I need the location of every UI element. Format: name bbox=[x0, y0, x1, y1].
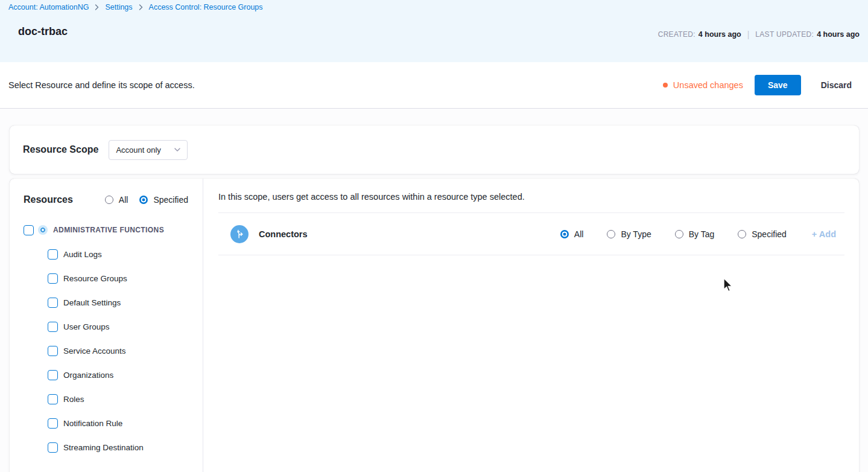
tree-item-audit-logs: Audit Logs bbox=[48, 242, 188, 266]
chevron-right-icon bbox=[95, 4, 99, 10]
action-toolbar: Select Resource and define its scope of … bbox=[0, 62, 868, 109]
resource-type-tree: ADMINISTRATIVE FUNCTIONS Audit Logs Reso… bbox=[24, 218, 188, 459]
tree-item-label: Audit Logs bbox=[63, 250, 102, 259]
radio-label: All bbox=[119, 195, 128, 205]
resource-checkbox[interactable] bbox=[48, 273, 58, 284]
tree-item-label: Default Settings bbox=[63, 298, 121, 307]
tree-item-label: Streaming Destination bbox=[63, 443, 144, 452]
breadcrumb-settings-link[interactable]: Settings bbox=[105, 3, 132, 11]
toolbar-description: Select Resource and define its scope of … bbox=[8, 80, 663, 90]
resource-checkbox[interactable] bbox=[48, 322, 58, 332]
tree-item-label: User Groups bbox=[63, 322, 110, 331]
add-resources-link[interactable]: + Add bbox=[812, 229, 836, 239]
resource-checkbox[interactable] bbox=[48, 418, 58, 429]
resources-sidebar: Resources All Specified ADMINISTRATIVE F… bbox=[10, 179, 203, 472]
resources-title: Resources bbox=[24, 194, 73, 205]
resource-scope-selected-value: Account only bbox=[116, 145, 160, 155]
radio-icon[interactable] bbox=[738, 230, 746, 238]
tree-item-user-groups: User Groups bbox=[48, 314, 188, 339]
tree-group-row: ADMINISTRATIVE FUNCTIONS bbox=[24, 218, 188, 242]
tree-item-label: Resource Groups bbox=[63, 274, 127, 283]
radio-label: By Tag bbox=[689, 229, 715, 239]
tree-item-label: Roles bbox=[63, 395, 84, 404]
resource-checkbox[interactable] bbox=[48, 394, 58, 404]
resource-scope-select[interactable]: Account only bbox=[109, 140, 188, 160]
resources-all-radio[interactable]: All bbox=[105, 195, 128, 205]
header-meta: CREATED: 4 hours ago | LAST UPDATED: 4 h… bbox=[658, 30, 860, 39]
tree-item-streaming-destination: Streaming Destination bbox=[48, 435, 188, 459]
resources-card: Resources All Specified ADMINISTRATIVE F… bbox=[10, 179, 859, 472]
breadcrumb-account-link[interactable]: Account: AutomationNG bbox=[8, 3, 89, 11]
discard-button[interactable]: Discard bbox=[821, 80, 852, 90]
resource-checkbox[interactable] bbox=[48, 346, 58, 356]
administrative-functions-checkbox[interactable] bbox=[24, 225, 34, 235]
radio-selected-icon[interactable] bbox=[139, 196, 148, 204]
breadcrumb-resource-groups-link[interactable]: Access Control: Resource Groups bbox=[149, 3, 263, 11]
connectors-scope-radio-group: All By Type By Tag Specified bbox=[560, 229, 787, 239]
chevron-down-icon bbox=[174, 147, 181, 152]
tree-item-service-accounts: Service Accounts bbox=[48, 339, 188, 363]
save-button[interactable]: Save bbox=[755, 75, 801, 95]
tree-item-resource-groups: Resource Groups bbox=[48, 266, 188, 290]
connectors-by-tag-radio[interactable]: By Tag bbox=[675, 229, 715, 239]
breadcrumb: Account: AutomationNG Settings Access Co… bbox=[8, 3, 860, 11]
created-value: 4 hours ago bbox=[699, 30, 741, 39]
radio-label: Specified bbox=[153, 195, 188, 205]
tree-item-label: Service Accounts bbox=[63, 346, 126, 356]
radio-icon[interactable] bbox=[607, 230, 615, 238]
resource-checkbox[interactable] bbox=[48, 249, 58, 260]
administrative-functions-icon bbox=[38, 225, 48, 235]
page-header: Account: AutomationNG Settings Access Co… bbox=[0, 0, 868, 62]
unsaved-changes-indicator: Unsaved changes bbox=[663, 80, 743, 90]
unsaved-changes-label: Unsaved changes bbox=[673, 80, 743, 90]
connectors-row: Connectors All By Type By Tag Specified bbox=[218, 212, 844, 255]
connectors-by-type-radio[interactable]: By Type bbox=[607, 229, 651, 239]
last-updated-value: 4 hours ago bbox=[817, 30, 860, 39]
resources-mode-radio-group: All Specified bbox=[105, 195, 188, 205]
scope-detail-panel: In this scope, users get access to all r… bbox=[203, 179, 859, 472]
resource-scope-card: Resource Scope Account only bbox=[10, 126, 859, 174]
tree-item-label: Organizations bbox=[63, 371, 113, 380]
radio-icon[interactable] bbox=[675, 230, 683, 238]
resource-checkbox[interactable] bbox=[48, 370, 58, 380]
tree-item-organizations: Organizations bbox=[48, 363, 188, 387]
tree-group-label: ADMINISTRATIVE FUNCTIONS bbox=[53, 226, 164, 234]
tree-item-label: Notification Rule bbox=[63, 419, 122, 428]
connectors-all-radio[interactable]: All bbox=[560, 229, 584, 239]
chevron-right-icon bbox=[139, 4, 143, 10]
connectors-label: Connectors bbox=[259, 229, 308, 239]
resource-checkbox[interactable] bbox=[48, 442, 58, 453]
unsaved-dot-icon bbox=[663, 83, 668, 88]
created-label: CREATED: bbox=[658, 30, 695, 39]
radio-label: By Type bbox=[621, 229, 651, 239]
last-updated-label: LAST UPDATED: bbox=[755, 30, 814, 39]
tree-item-notification-rule: Notification Rule bbox=[48, 411, 188, 435]
connectors-icon bbox=[230, 225, 249, 243]
radio-icon[interactable] bbox=[105, 196, 113, 204]
tree-item-roles: Roles bbox=[48, 387, 188, 411]
tree-item-default-settings: Default Settings bbox=[48, 290, 188, 314]
connectors-specified-radio[interactable]: Specified bbox=[738, 229, 787, 239]
resource-checkbox[interactable] bbox=[48, 298, 58, 308]
radio-selected-icon[interactable] bbox=[560, 230, 569, 238]
meta-divider: | bbox=[747, 30, 750, 39]
resource-scope-label: Resource Scope bbox=[23, 144, 98, 155]
resources-specified-radio[interactable]: Specified bbox=[139, 195, 188, 205]
radio-label: All bbox=[574, 229, 584, 239]
scope-description: In this scope, users get access to all r… bbox=[218, 192, 844, 202]
radio-label: Specified bbox=[752, 229, 787, 239]
